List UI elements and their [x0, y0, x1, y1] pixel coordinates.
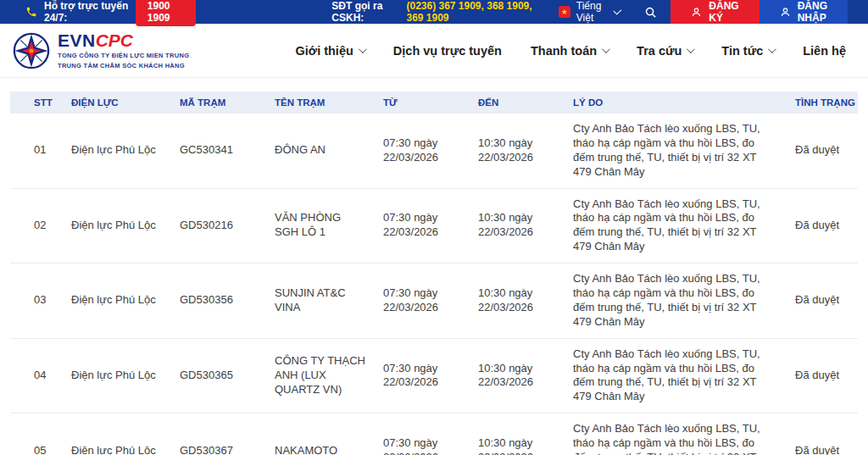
- login-button[interactable]: ĐĂNG NHẬP: [760, 0, 848, 24]
- nav-item-label: Giới thiệu: [296, 44, 353, 58]
- phone-icon: [25, 6, 37, 18]
- col-header-den: ĐẾN: [470, 92, 565, 114]
- topbar: Hỗ trợ trực tuyến 24/7: 1900 1909 SĐT gọ…: [0, 0, 868, 24]
- cell-den: 10:30 ngày 22/03/2026: [470, 114, 565, 188]
- chevron-down-icon: [614, 7, 622, 15]
- evncpc-star-icon: [12, 31, 51, 70]
- nav-item-3[interactable]: Tra cứu: [637, 44, 693, 58]
- register-button[interactable]: ĐĂNG KÝ: [670, 0, 759, 24]
- cell-ly-do: Cty Anh Bảo Tách lèo xuống LBS, TU, tháo…: [565, 188, 778, 264]
- cell-tinh-trang: Đã duyệt: [778, 188, 858, 264]
- col-header-ly-do: LÝ DO: [565, 92, 778, 114]
- nav-item-5[interactable]: Liên hệ: [803, 44, 846, 58]
- hotline-badge[interactable]: 1900 1909: [136, 0, 197, 26]
- nav-item-2[interactable]: Thanh toán: [531, 44, 608, 58]
- brand-evn: EVN: [58, 31, 96, 51]
- cell-den: 10:30 ngày 22/03/2026: [470, 264, 565, 339]
- cell-tu: 07:30 ngày 22/03/2026: [375, 114, 470, 188]
- cell-stt: 05: [10, 413, 63, 455]
- login-label: ĐĂNG NHẬP: [798, 0, 827, 24]
- search-icon: [644, 6, 657, 19]
- cell-ma-tram: GD530365: [171, 338, 266, 413]
- cell-ly-do: Cty Anh Bảo Tách lèo xuống LBS, TU, tháo…: [565, 114, 778, 188]
- brand-logo[interactable]: EVNCPC TỔNG CÔNG TY ĐIỆN LỰC MIỀN TRUNG …: [12, 31, 189, 70]
- col-header-ten-tram: TÊN TRẠM: [266, 92, 375, 114]
- outage-table-section: STT ĐIỆN LỰC MÃ TRẠM TÊN TRẠM TỪ ĐẾN LÝ …: [0, 78, 868, 455]
- site-header: EVNCPC TỔNG CÔNG TY ĐIỆN LỰC MIỀN TRUNG …: [0, 24, 868, 78]
- outage-table: STT ĐIỆN LỰC MÃ TRẠM TÊN TRẠM TỪ ĐẾN LÝ …: [10, 92, 858, 455]
- support-label: Hỗ trợ trực tuyến 24/7:: [44, 0, 129, 24]
- language-switcher[interactable]: ★ Tiếng Việt: [547, 0, 632, 24]
- cell-ten-tram: VĂN PHÒNG SGH LÔ 1: [266, 188, 375, 264]
- table-row: 03 Điện lực Phú Lộc GD530356 SUNJIN AT&C…: [10, 264, 858, 339]
- cell-tinh-trang: Đã duyệt: [778, 114, 858, 188]
- cell-tu: 07:30 ngày 22/03/2026: [375, 264, 470, 339]
- cell-ly-do: Cty Anh Bảo Tách lèo xuống LBS, TU, tháo…: [565, 338, 778, 413]
- chevron-down-icon: [359, 45, 367, 53]
- table-row: 04 Điện lực Phú Lộc GD530365 CÔNG TY THẠ…: [10, 338, 858, 413]
- col-header-ma-tram: MÃ TRẠM: [171, 92, 266, 114]
- col-header-tu: TỪ: [375, 92, 470, 114]
- cell-ten-tram: NAKAMOTO: [266, 413, 375, 455]
- cell-tu: 07:30 ngày 22/03/2026: [375, 413, 470, 455]
- cell-dien-luc: Điện lực Phú Lộc: [63, 338, 171, 413]
- chevron-down-icon: [768, 45, 776, 53]
- cell-stt: 03: [10, 264, 63, 339]
- table-row: 02 Điện lực Phú Lộc GD530216 VĂN PHÒNG S…: [10, 188, 858, 264]
- cell-ma-tram: GC530341: [171, 114, 266, 188]
- col-header-tinh-trang: TÌNH TRẠNG: [778, 92, 858, 114]
- cell-den: 10:30 ngày 22/03/2026: [470, 338, 565, 413]
- cell-tinh-trang: Đã duyệt: [778, 338, 858, 413]
- cskh-numbers: (0236) 367 1909, 368 1909, 369 1909: [406, 0, 546, 24]
- search-button[interactable]: [631, 0, 670, 24]
- nav-item-label: Tin tức: [721, 44, 763, 58]
- language-label: Tiếng Việt: [576, 0, 609, 24]
- nav-item-4[interactable]: Tin tức: [721, 44, 774, 58]
- chevron-down-icon: [687, 45, 695, 53]
- cell-tinh-trang: Đã duyệt: [778, 413, 858, 455]
- cell-ma-tram: GD530356: [171, 264, 266, 339]
- register-label: ĐĂNG KÝ: [709, 0, 738, 24]
- cell-tinh-trang: Đã duyệt: [778, 264, 858, 339]
- cell-den: 10:30 ngày 22/03/2026: [470, 188, 565, 264]
- col-header-stt: STT: [10, 92, 63, 114]
- table-header-row: STT ĐIỆN LỰC MÃ TRẠM TÊN TRẠM TỪ ĐẾN LÝ …: [10, 92, 858, 114]
- main-nav: Giới thiệu Dịch vụ trực tuyến Thanh toán…: [296, 44, 856, 58]
- brand-cpc: CPC: [96, 31, 133, 51]
- cell-ly-do: Cty Anh Bảo Tách lèo xuống LBS, TU, tháo…: [565, 264, 778, 339]
- cell-ma-tram: GD530216: [171, 188, 266, 264]
- cell-stt: 04: [10, 338, 63, 413]
- nav-item-0[interactable]: Giới thiệu: [296, 44, 364, 58]
- cell-tu: 07:30 ngày 22/03/2026: [375, 188, 470, 264]
- cskh-label: SĐT gọi ra CSKH:: [331, 0, 402, 24]
- cell-dien-luc: Điện lực Phú Lộc: [63, 114, 171, 188]
- vietnam-flag-icon: ★: [559, 6, 570, 18]
- nav-item-label: Thanh toán: [531, 44, 597, 58]
- chevron-down-icon: [602, 45, 610, 53]
- nav-item-label: Dịch vụ trực tuyến: [393, 44, 502, 58]
- cell-ma-tram: GD530367: [171, 413, 266, 455]
- cell-dien-luc: Điện lực Phú Lộc: [63, 264, 171, 339]
- cell-ten-tram: CÔNG TY THẠCH ANH (LUX QUARTZ VN): [266, 338, 375, 413]
- cell-ten-tram: ĐÔNG AN: [266, 114, 375, 188]
- nav-item-1[interactable]: Dịch vụ trực tuyến: [393, 44, 502, 58]
- table-row: 01 Điện lực Phú Lộc GC530341 ĐÔNG AN 07:…: [10, 114, 858, 188]
- user-icon: [780, 7, 791, 18]
- cell-stt: 02: [10, 188, 63, 264]
- cell-tu: 07:30 ngày 22/03/2026: [375, 338, 470, 413]
- table-row: 05 Điện lực Phú Lộc GD530367 NAKAMOTO 07…: [10, 413, 858, 455]
- nav-item-label: Liên hệ: [803, 44, 846, 58]
- table-body: 01 Điện lực Phú Lộc GC530341 ĐÔNG AN 07:…: [10, 114, 858, 455]
- cell-stt: 01: [10, 114, 63, 188]
- cell-dien-luc: Điện lực Phú Lộc: [63, 413, 171, 455]
- user-icon: [691, 7, 702, 18]
- cell-dien-luc: Điện lực Phú Lộc: [63, 188, 171, 264]
- cell-ten-tram: SUNJIN AT&C VINA: [266, 264, 375, 339]
- cskh-group: SĐT gọi ra CSKH: (0236) 367 1909, 368 19…: [331, 0, 546, 24]
- brand-line2: TRUNG TÂM CHĂM SÓC KHÁCH HÀNG: [58, 61, 189, 70]
- support-group: Hỗ trợ trực tuyến 24/7: 1900 1909: [0, 0, 196, 26]
- brand-line1: TỔNG CÔNG TY ĐIỆN LỰC MIỀN TRUNG: [58, 51, 189, 60]
- cell-den: 10:30 ngày 22/03/2026: [470, 413, 565, 455]
- col-header-dien-luc: ĐIỆN LỰC: [63, 92, 171, 114]
- cell-ly-do: Cty Anh Bảo Tách lèo xuống LBS, TU, tháo…: [565, 413, 778, 455]
